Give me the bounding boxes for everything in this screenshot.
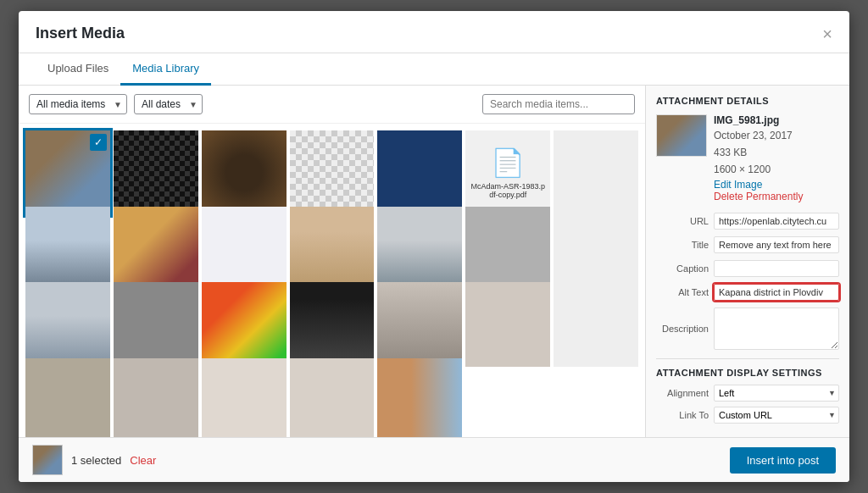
url-label: URL — [656, 216, 709, 226]
description-label: Description — [656, 324, 709, 334]
media-section: All media items Images Audio Video ▼ All… — [19, 86, 646, 437]
media-item[interactable] — [377, 207, 462, 291]
media-item[interactable]: ✓ — [25, 130, 110, 215]
media-item[interactable] — [377, 130, 462, 215]
media-item[interactable] — [114, 282, 198, 367]
selected-thumbnail — [32, 445, 63, 475]
search-input[interactable] — [482, 94, 635, 114]
date-select-wrapper: All dates 2017 2016 ▼ — [134, 94, 203, 114]
attachment-filesize: 433 KB — [714, 145, 803, 160]
delete-permanently-link[interactable]: Delete Permanently — [714, 191, 803, 202]
attachment-date: October 23, 2017 — [714, 128, 803, 143]
media-item[interactable] — [114, 130, 198, 215]
tab-media-library[interactable]: Media Library — [120, 53, 211, 86]
modal-title: Insert Media — [36, 25, 125, 53]
attachment-details-title: ATTACHMENT DETAILS — [656, 96, 839, 106]
close-button[interactable]: × — [822, 25, 832, 53]
media-item[interactable] — [290, 358, 375, 438]
media-item[interactable] — [377, 358, 462, 438]
footer-left: 1 selected Clear — [32, 445, 156, 475]
pdf-icon: 📄 — [491, 147, 525, 179]
title-field-row: Title — [656, 236, 839, 253]
attachment-details-panel: ATTACHMENT DETAILS IMG_5981.jpg October … — [646, 86, 849, 437]
media-item[interactable] — [465, 282, 550, 367]
modal-tabs: Upload Files Media Library — [19, 53, 849, 86]
url-field-row: URL — [656, 213, 839, 230]
media-item[interactable] — [202, 358, 287, 438]
description-textarea[interactable] — [714, 307, 839, 350]
media-item[interactable] — [465, 207, 550, 291]
media-item[interactable] — [290, 282, 375, 367]
alignment-select[interactable]: Left Center Right None — [714, 385, 839, 402]
modal-body: All media items Images Audio Video ▼ All… — [19, 86, 849, 437]
media-item[interactable] — [202, 282, 287, 367]
link-to-label: Link To — [656, 410, 709, 420]
media-item[interactable] — [202, 207, 287, 291]
media-item[interactable] — [554, 282, 638, 367]
attachment-meta: IMG_5981.jpg October 23, 2017 433 KB 160… — [714, 114, 803, 202]
caption-label: Caption — [656, 263, 709, 274]
filter-select-wrapper: All media items Images Audio Video ▼ — [29, 94, 127, 114]
media-item[interactable] — [114, 207, 198, 291]
modal-header: Insert Media × — [19, 11, 849, 53]
media-item[interactable] — [114, 358, 198, 438]
pdf-filename: McAdam-ASR-1983.pdf-copy.pdf — [469, 182, 547, 199]
modal-footer: 1 selected Clear Insert into post — [19, 437, 849, 482]
attachment-filename: IMG_5981.jpg — [714, 114, 803, 126]
attachment-info: IMG_5981.jpg October 23, 2017 433 KB 160… — [656, 114, 839, 202]
media-item[interactable] — [290, 207, 375, 291]
link-to-row: Link To Custom URL Media File Attachment… — [656, 407, 839, 424]
tab-upload[interactable]: Upload Files — [36, 53, 120, 86]
media-item[interactable] — [554, 207, 638, 291]
caption-input[interactable] — [714, 260, 839, 277]
alignment-label: Alignment — [656, 388, 709, 398]
media-toolbar: All media items Images Audio Video ▼ All… — [19, 86, 645, 124]
alignment-select-wrapper: Left Center Right None ▼ — [714, 385, 839, 402]
url-input[interactable] — [714, 213, 839, 230]
edit-image-link[interactable]: Edit Image — [714, 179, 803, 191]
modal-overlay: Insert Media × Upload Files Media Librar… — [0, 0, 868, 493]
media-item[interactable] — [290, 130, 375, 215]
media-item[interactable] — [202, 130, 287, 215]
alt-text-input[interactable] — [714, 284, 839, 301]
title-input[interactable] — [714, 236, 839, 253]
title-label: Title — [656, 240, 709, 250]
attachment-thumbnail — [656, 114, 707, 157]
date-filter-select[interactable]: All dates 2017 2016 — [134, 94, 203, 114]
media-filter-select[interactable]: All media items Images Audio Video — [29, 94, 127, 114]
link-to-select[interactable]: Custom URL Media File Attachment Page No… — [714, 407, 839, 424]
attachment-dimensions: 1600 × 1200 — [714, 162, 803, 177]
media-item[interactable] — [25, 282, 110, 367]
insert-media-modal: Insert Media × Upload Files Media Librar… — [19, 11, 849, 482]
link-to-select-wrapper: Custom URL Media File Attachment Page No… — [714, 407, 839, 424]
media-item[interactable]: 📄 McAdam-ASR-1983.pdf-copy.pdf — [465, 130, 550, 215]
media-item[interactable] — [25, 358, 110, 438]
media-item[interactable] — [377, 282, 462, 367]
clear-selection-link[interactable]: Clear — [130, 454, 156, 467]
media-grid: ✓ 📄 McAdam-ASR-1983.pdf-copy.pdf — [19, 124, 645, 437]
caption-field-row: Caption — [656, 260, 839, 277]
description-field-row: Description — [656, 307, 839, 350]
alt-text-label: Alt Text — [656, 287, 709, 297]
media-item[interactable] — [554, 130, 638, 215]
alignment-row: Alignment Left Center Right None ▼ — [656, 385, 839, 402]
selected-count: 1 selected — [71, 454, 121, 467]
selected-checkmark: ✓ — [90, 134, 107, 151]
alt-text-field-row: Alt Text — [656, 284, 839, 301]
media-item[interactable] — [25, 207, 110, 291]
insert-into-post-button[interactable]: Insert into post — [730, 447, 836, 474]
display-settings-title: ATTACHMENT DISPLAY SETTINGS — [656, 358, 839, 378]
